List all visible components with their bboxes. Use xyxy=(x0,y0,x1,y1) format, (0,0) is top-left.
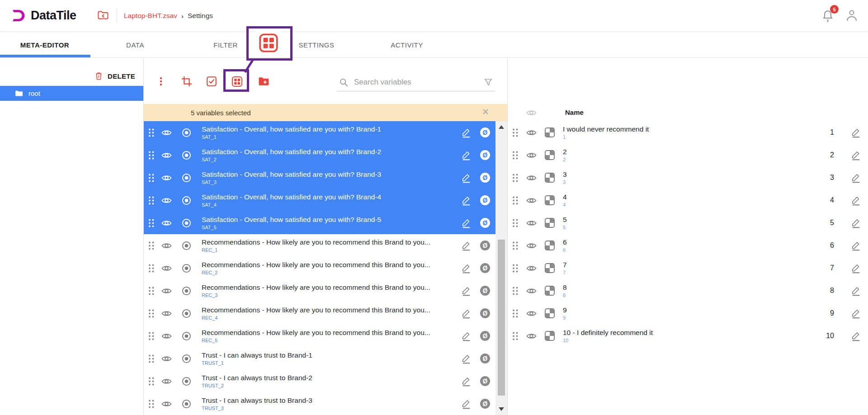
value-row[interactable]: 3 3 3 xyxy=(508,166,868,189)
variable-row[interactable]: Recommendations - How likely are you to … xyxy=(144,325,495,347)
drag-handle-icon[interactable] xyxy=(147,264,155,273)
drag-handle-icon[interactable] xyxy=(511,286,519,296)
visibility-eye-icon[interactable] xyxy=(161,150,172,161)
slashed-zero-icon[interactable]: Ø xyxy=(480,218,490,228)
edit-pencil-icon[interactable] xyxy=(461,195,472,206)
visibility-eye-icon[interactable] xyxy=(161,217,172,229)
edit-pencil-icon[interactable] xyxy=(850,263,862,274)
drag-handle-icon[interactable] xyxy=(147,241,155,250)
slashed-zero-icon[interactable]: Ø xyxy=(480,127,490,137)
datatile-logo[interactable]: DataTile xyxy=(10,7,76,24)
edit-pencil-icon[interactable] xyxy=(461,376,472,387)
user-account-button[interactable] xyxy=(844,8,860,24)
drag-handle-icon[interactable] xyxy=(511,264,519,273)
visibility-eye-icon[interactable] xyxy=(526,150,537,161)
drag-handle-icon[interactable] xyxy=(147,309,155,318)
drag-handle-icon[interactable] xyxy=(511,173,519,183)
visibility-eye-icon[interactable] xyxy=(526,263,537,274)
drag-handle-icon[interactable] xyxy=(511,151,519,160)
slashed-zero-icon[interactable]: Ø xyxy=(480,331,490,341)
select-variables-button[interactable] xyxy=(203,72,221,90)
slashed-zero-icon[interactable]: Ø xyxy=(480,263,490,273)
edit-pencil-icon[interactable] xyxy=(461,398,472,410)
visibility-eye-icon[interactable] xyxy=(526,285,537,297)
more-options-button[interactable] xyxy=(152,72,170,90)
visibility-eye-icon[interactable] xyxy=(161,398,172,410)
close-icon[interactable]: ✕ xyxy=(482,107,489,117)
notifications-button[interactable]: 5 xyxy=(821,8,836,24)
slashed-zero-icon[interactable]: Ø xyxy=(480,195,490,205)
variable-list-scrollbar[interactable] xyxy=(495,121,507,415)
scroll-down-arrow[interactable] xyxy=(499,407,504,411)
edit-pencil-icon[interactable] xyxy=(461,127,472,138)
edit-pencil-icon[interactable] xyxy=(461,217,472,229)
drag-handle-icon[interactable] xyxy=(511,218,519,228)
visibility-eye-icon[interactable] xyxy=(161,195,172,206)
value-row[interactable]: 6 6 6 xyxy=(508,234,868,257)
drag-handle-icon[interactable] xyxy=(147,286,155,296)
variable-row[interactable]: Satisfaction - Overall, how satisfied ar… xyxy=(144,144,495,166)
edit-pencil-icon[interactable] xyxy=(850,330,862,342)
drag-handle-icon[interactable] xyxy=(511,241,519,250)
drag-handle-icon[interactable] xyxy=(511,331,519,341)
tab-data[interactable]: DATA xyxy=(126,41,144,48)
variable-row[interactable]: Satisfaction - Overall, how satisfied ar… xyxy=(144,166,495,189)
variable-row[interactable]: Recommendations - How likely are you to … xyxy=(144,257,495,279)
visibility-eye-icon[interactable] xyxy=(161,263,172,274)
visibility-eye-icon[interactable] xyxy=(526,195,537,206)
slashed-zero-icon[interactable]: Ø xyxy=(480,241,490,250)
drag-handle-icon[interactable] xyxy=(147,173,155,183)
visibility-eye-icon[interactable] xyxy=(526,330,537,342)
edit-pencil-icon[interactable] xyxy=(461,285,472,297)
slashed-zero-icon[interactable]: Ø xyxy=(480,150,490,160)
variable-row[interactable]: Trust - I can always trust to Brand-1 TR… xyxy=(144,347,495,370)
visibility-eye-icon[interactable] xyxy=(161,285,172,297)
value-row[interactable]: 7 7 7 xyxy=(508,257,868,279)
edit-pencil-icon[interactable] xyxy=(850,150,862,161)
drag-handle-icon[interactable] xyxy=(147,354,155,363)
drag-handle-icon[interactable] xyxy=(147,377,155,386)
value-row[interactable]: 8 8 8 xyxy=(508,279,868,302)
edit-pencil-icon[interactable] xyxy=(461,308,472,319)
value-row[interactable]: 10 - I definitely recommend it 10 10 xyxy=(508,325,868,347)
edit-pencil-icon[interactable] xyxy=(461,263,472,274)
edit-pencil-icon[interactable] xyxy=(850,172,862,184)
visibility-eye-icon[interactable] xyxy=(526,217,537,229)
breadcrumb-file[interactable]: Laptop-BHT.zsav xyxy=(124,12,177,20)
drag-handle-icon[interactable] xyxy=(147,151,155,160)
slashed-zero-icon[interactable]: Ø xyxy=(480,399,490,409)
edit-pencil-icon[interactable] xyxy=(461,353,472,364)
visibility-eye-icon[interactable] xyxy=(161,240,172,251)
edit-pencil-icon[interactable] xyxy=(850,217,862,229)
tab-meta-editor[interactable]: META-EDITOR xyxy=(20,41,69,48)
visibility-eye-icon[interactable] xyxy=(526,308,537,319)
search-input[interactable] xyxy=(354,78,478,87)
variable-row[interactable]: Satisfaction - Overall, how satisfied ar… xyxy=(144,212,495,234)
slashed-zero-icon[interactable]: Ø xyxy=(480,173,490,183)
tab-filter[interactable]: FILTER xyxy=(213,41,238,48)
variable-row[interactable]: Recommendations - How likely are you to … xyxy=(144,302,495,325)
visibility-eye-icon[interactable] xyxy=(161,308,172,319)
edit-pencil-icon[interactable] xyxy=(461,240,472,251)
tab-settings[interactable]: SETTINGS xyxy=(298,41,334,48)
scroll-up-arrow[interactable] xyxy=(499,125,504,129)
tab-activity[interactable]: ACTIVITY xyxy=(391,41,423,48)
drag-handle-icon[interactable] xyxy=(147,399,155,409)
edit-pencil-icon[interactable] xyxy=(461,330,472,342)
slashed-zero-icon[interactable]: Ø xyxy=(480,286,490,296)
edit-pencil-icon[interactable] xyxy=(461,150,472,161)
visibility-eye-icon[interactable] xyxy=(526,240,537,251)
sidebar-item-root[interactable]: root xyxy=(0,86,143,101)
variable-row[interactable]: Trust - I can always trust to Brand-2 TR… xyxy=(144,370,495,392)
edit-pencil-icon[interactable] xyxy=(850,285,862,297)
visibility-eye-icon[interactable] xyxy=(526,127,537,138)
variable-row[interactable]: Recommendations - How likely are you to … xyxy=(144,279,495,302)
variable-row[interactable]: Trust - I can always trust to Brand-3 TR… xyxy=(144,392,495,415)
visibility-eye-icon[interactable] xyxy=(161,376,172,387)
new-folder-button[interactable] xyxy=(255,72,273,90)
edit-pencil-icon[interactable] xyxy=(850,308,862,319)
variable-row[interactable]: Satisfaction - Overall, how satisfied ar… xyxy=(144,189,495,212)
drag-handle-icon[interactable] xyxy=(511,309,519,318)
visibility-eye-icon[interactable] xyxy=(161,127,172,138)
edit-pencil-icon[interactable] xyxy=(850,127,862,138)
